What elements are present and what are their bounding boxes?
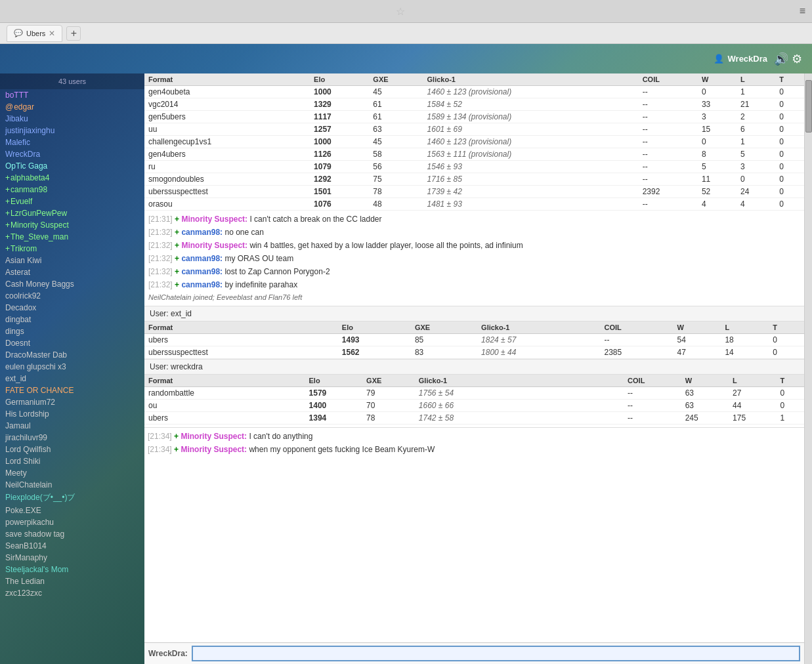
username-label: SirManaphy [5,553,47,562]
username-label: justinjiaxinghu [5,126,54,135]
username-label: Trikrom [11,244,37,253]
sidebar-content: 43 users boTTT@edgarJibakujustinjiaxingh… [0,73,144,599]
ext-id-stats-table: Format Elo GXE Glicko-1 COIL W L T ubers… [144,322,804,359]
col-format: Format [144,73,310,86]
sidebar-user-item[interactable]: dings [0,325,144,337]
sidebar-user-item[interactable]: NeilChatelain [0,479,144,491]
plus-prefix: + [5,244,10,253]
sidebar-user-item[interactable]: SirManaphy [0,552,144,564]
username-label: dingbat [5,315,31,324]
right-scrollbar[interactable] [804,73,812,664]
settings-icon[interactable]: ⚙ [792,52,802,66]
sidebar-user-item[interactable]: Meety [0,467,144,479]
sidebar-user-item[interactable]: +LzrGunPewPew [0,207,144,219]
tab-bar: 💬 Ubers ✕ + [0,23,812,44]
chat-message: [21:32] + canman98: lost to Zap Cannon P… [148,265,800,278]
chat-message: [21:34] + Minority Suspect: when my oppo… [148,443,801,456]
menu-icon[interactable]: ≡ [800,5,805,17]
sidebar-user-item[interactable]: eulen glupschi x3 [0,361,144,373]
username-label: Evuelf [11,197,32,206]
star-icon[interactable]: ☆ [396,5,405,18]
sidebar-user-item[interactable]: SeanB1014 [0,540,144,552]
table-row: uberssuspecttest 1562 83 1800 ± 44 2385 … [144,346,804,358]
username-label: Asian Kiwi [5,256,41,265]
sidebar-user-item[interactable]: @edgar [0,101,144,113]
sidebar-user-item[interactable]: DracoMaster Dab [0,349,144,361]
username-label: Doesnt [5,339,30,348]
sidebar-user-item[interactable]: The Ledian [0,575,144,587]
sidebar-user-item[interactable]: +Minority Suspect [0,219,144,231]
upper-chat-messages: [21:31] + Minority Suspect: I can't catc… [144,211,804,306]
sidebar-user-item[interactable]: Malefic [0,136,144,148]
sidebar-user-item[interactable]: Steeljackal's Mom [0,564,144,575]
sidebar-user-item[interactable]: OpTic Gaga [0,160,144,172]
username-label: ext_id [5,374,26,383]
username-label: edgar [14,102,34,112]
username-label: The_Steve_man [11,232,68,241]
table-row: vgc2014 1329 61 1584 ± 52 -- 33 21 0 [144,98,804,111]
sidebar-user-item[interactable]: +canman98 [0,184,144,196]
sidebar-user-item[interactable]: Jibaku [0,113,144,125]
sidebar-user-item[interactable]: Asian Kiwi [0,255,144,266]
sidebar-user-item[interactable]: +The_Steve_man [0,231,144,243]
sidebar-user-item[interactable]: His Lordship [0,408,144,420]
chat-message: [21:32] + canman98: no one can [148,226,800,239]
sidebar-user-item[interactable]: Piexplode(ブ•__•)ブ [0,491,144,505]
username-label: The Ledian [5,577,45,586]
new-tab-button[interactable]: + [66,26,81,41]
sidebar-user-item[interactable]: FATE OR CHANCE [0,384,144,396]
table-row: gen5ubers 1117 61 1589 ± 134 (provisiona… [144,111,804,123]
username-label: His Lordship [5,409,49,419]
sidebar-user-item[interactable]: justinjiaxinghu [0,125,144,136]
sidebar-user-item[interactable]: Jamaul [0,420,144,432]
sidebar-user-item[interactable]: jirachiluvr99 [0,432,144,444]
tab-label: Ubers [26,30,45,37]
table-row: ubers 1493 85 1824 ± 57 -- 54 18 0 [144,333,804,346]
table-row: ru 1079 56 1546 ± 93 -- 5 3 0 [144,161,804,173]
username-label: Poke.EXE [5,506,41,515]
sidebar-user-item[interactable]: coolrick92 [0,290,144,302]
sidebar-user-item[interactable]: +alphabeta4 [0,172,144,184]
sidebar-user-item[interactable]: powerpikachu [0,516,144,528]
tab-chat-icon: 💬 [14,29,23,37]
sidebar-user-item[interactable]: ext_id [0,373,144,384]
col-coil: COIL [639,73,698,86]
table-row: challengecup1vs1 1000 45 1460 ± 123 (pro… [144,136,804,148]
sidebar-user-item[interactable]: save shadow tag [0,528,144,540]
tab-close-button[interactable]: ✕ [49,29,55,38]
sidebar-user-item[interactable]: Lord Shiki [0,455,144,467]
scrollbar-thumb[interactable] [805,80,812,133]
ubers-tab[interactable]: 💬 Ubers ✕ [7,25,62,42]
sidebar-user-item[interactable]: Asterat [0,266,144,278]
sidebar-user-item[interactable]: Decadox [0,302,144,314]
sidebar-user-item[interactable]: zxc123zxc [0,587,144,599]
username-label: jirachiluvr99 [5,433,47,442]
username-label: boTTT [5,91,28,100]
header-username: WreckDra [728,54,767,64]
sidebar-user-item[interactable]: +Trikrom [0,243,144,255]
sidebar-user-item[interactable]: WreckDra [0,148,144,160]
sidebar-user-item[interactable]: +Evuelf [0,196,144,207]
sidebar-user-item[interactable]: dingbat [0,314,144,325]
username-label: DracoMaster Dab [5,350,67,360]
chat-input[interactable] [192,646,800,661]
sidebar-user-item[interactable]: Doesnt [0,337,144,349]
sidebar-user-item[interactable]: boTTT [0,89,144,101]
sidebar-user-item[interactable]: Poke.EXE [0,505,144,516]
username-label: SeanB1014 [5,541,47,550]
username-label: Cash Money Baggs [5,280,74,289]
sidebar-users-list: boTTT@edgarJibakujustinjiaxinghuMaleficW… [0,89,144,599]
sidebar-user-item[interactable]: Germanium72 [0,396,144,408]
chat-area: Format Elo GXE Glicko-1 COIL W L T gen4o… [144,73,804,664]
username-label: Minority Suspect [11,220,69,230]
chat-message: [21:32] + canman98: by indefinite paraha… [148,278,800,291]
stats-section[interactable]: Format Elo GXE Glicko-1 COIL W L T gen4o… [144,73,804,428]
sidebar-user-item[interactable]: Lord Qwilfish [0,444,144,455]
username-label: powerpikachu [5,518,54,527]
username-label: Decadox [5,303,36,312]
username-label: Asterat [5,268,30,277]
sidebar-user-item[interactable]: Cash Money Baggs [0,278,144,290]
plus-prefix: + [5,220,10,230]
plus-prefix: + [5,197,10,206]
sound-icon[interactable]: 🔊 [774,52,788,66]
